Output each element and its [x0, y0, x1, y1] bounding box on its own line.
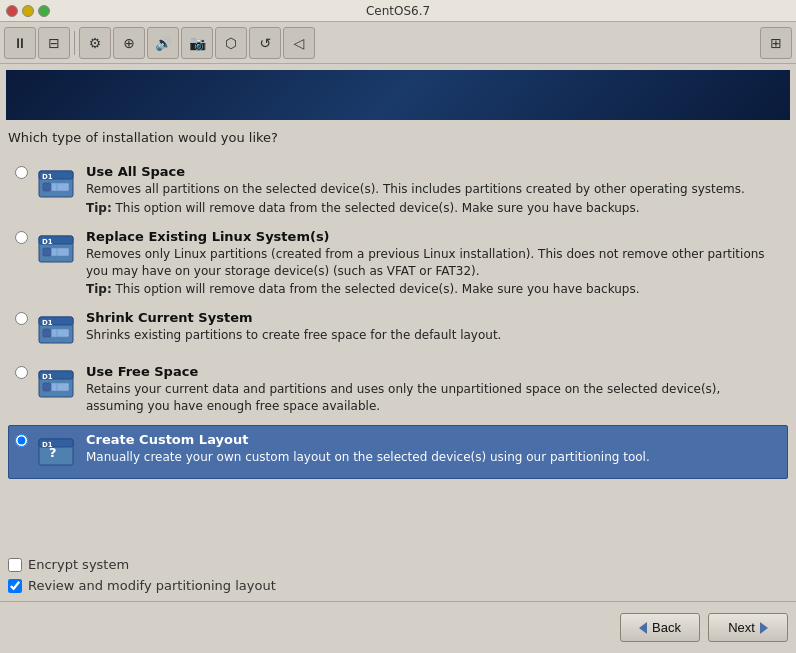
option-item-use-free-space[interactable]: D1 Use Free Space Retains your current d… [8, 357, 788, 425]
back-button[interactable]: Back [620, 613, 700, 642]
pause-button[interactable]: ⏸ [4, 27, 36, 59]
svg-text:?: ? [49, 445, 57, 460]
option-desc-use-free-space: Retains your current data and partitions… [86, 381, 781, 415]
option-desc-shrink-current: Shrinks existing partitions to create fr… [86, 327, 781, 344]
svg-rect-4 [43, 183, 51, 191]
search-button[interactable]: ⊕ [113, 27, 145, 59]
option-radio-use-free-space[interactable] [15, 366, 28, 379]
checkboxes-area: Encrypt system Review and modify partiti… [0, 549, 796, 601]
settings-button[interactable]: ⚙ [79, 27, 111, 59]
svg-rect-18 [43, 329, 51, 337]
option-text-use-all-space: Use All Space Removes all partitions on … [86, 164, 781, 215]
option-item-use-all-space[interactable]: D1 Use All Space Removes all partitions … [8, 157, 788, 222]
usb-button[interactable]: ⬡ [215, 27, 247, 59]
title-bar: CentOS6.7 [0, 0, 796, 22]
checkbox-row-review-partitioning[interactable]: Review and modify partitioning layout [8, 578, 788, 593]
close-button[interactable] [6, 5, 18, 17]
option-text-replace-linux: Replace Existing Linux System(s) Removes… [86, 229, 781, 297]
page-question: Which type of installation would you lik… [8, 130, 788, 145]
checkbox-encrypt-system[interactable] [8, 558, 22, 572]
option-icon-use-free-space: D1 [36, 364, 76, 404]
option-icon-use-all-space: D1 [36, 164, 76, 204]
option-icon-shrink-current: D1 [36, 310, 76, 350]
camera-button[interactable]: 📷 [181, 27, 213, 59]
svg-rect-25 [43, 383, 51, 391]
next-arrow-icon [760, 622, 768, 634]
svg-rect-11 [43, 248, 51, 256]
option-text-create-custom: Create Custom Layout Manually create you… [86, 432, 781, 469]
option-text-shrink-current: Shrink Current System Shrinks existing p… [86, 310, 781, 347]
fullscreen-button[interactable]: ⊞ [760, 27, 792, 59]
option-item-shrink-current[interactable]: D1 Shrink Current System Shrinks existin… [8, 303, 788, 357]
option-icon-create-custom: D1 ? [36, 432, 76, 472]
audio-button[interactable]: 🔊 [147, 27, 179, 59]
back-label: Back [652, 620, 681, 635]
maximize-button[interactable] [38, 5, 50, 17]
arrow-button[interactable]: ◁ [283, 27, 315, 59]
option-item-replace-linux[interactable]: D1 Replace Existing Linux System(s) Remo… [8, 222, 788, 304]
checkbox-row-encrypt-system[interactable]: Encrypt system [8, 557, 788, 572]
option-text-use-free-space: Use Free Space Retains your current data… [86, 364, 781, 418]
option-title-use-all-space: Use All Space [86, 164, 781, 179]
toolbar: ⏸ ⊟ ⚙ ⊕ 🔊 📷 ⬡ ↺ ◁ ⊞ [0, 22, 796, 64]
option-radio-shrink-current[interactable] [15, 312, 28, 325]
svg-text:D1: D1 [42, 238, 53, 246]
option-desc-replace-linux: Removes only Linux partitions (created f… [86, 246, 781, 280]
bottom-bar: Back Next [0, 601, 796, 653]
minimize-button[interactable] [22, 5, 34, 17]
option-item-create-custom[interactable]: D1 ? Create Custom Layout Manually creat… [8, 425, 788, 479]
options-list: D1 Use All Space Removes all partitions … [8, 157, 788, 479]
refresh-button[interactable]: ↺ [249, 27, 281, 59]
option-title-replace-linux: Replace Existing Linux System(s) [86, 229, 781, 244]
banner [6, 70, 790, 120]
option-tip: Tip: This option will remove data from t… [86, 282, 781, 296]
back-arrow-icon [639, 622, 647, 634]
option-radio-replace-linux[interactable] [15, 231, 28, 244]
svg-text:D1: D1 [42, 373, 53, 381]
checkbox-review-partitioning[interactable] [8, 579, 22, 593]
window-controls[interactable] [6, 5, 50, 17]
option-title-use-free-space: Use Free Space [86, 364, 781, 379]
option-radio-create-custom[interactable] [15, 434, 28, 447]
option-title-create-custom: Create Custom Layout [86, 432, 781, 447]
option-tip: Tip: This option will remove data from t… [86, 201, 781, 215]
option-title-shrink-current: Shrink Current System [86, 310, 781, 325]
checkbox-label-encrypt-system: Encrypt system [28, 557, 129, 572]
snapshot-button[interactable]: ⊟ [38, 27, 70, 59]
option-desc-use-all-space: Removes all partitions on the selected d… [86, 181, 781, 198]
option-desc-create-custom: Manually create your own custom layout o… [86, 449, 781, 466]
next-button[interactable]: Next [708, 613, 788, 642]
svg-text:D1: D1 [42, 319, 53, 327]
window-title: CentOS6.7 [366, 4, 430, 18]
next-label: Next [728, 620, 755, 635]
svg-text:D1: D1 [42, 173, 53, 181]
option-radio-use-all-space[interactable] [15, 166, 28, 179]
option-icon-replace-linux: D1 [36, 229, 76, 269]
checkbox-label-review-partitioning: Review and modify partitioning layout [28, 578, 276, 593]
main-content: Which type of installation would you lik… [0, 120, 796, 549]
toolbar-separator-1 [74, 31, 75, 55]
